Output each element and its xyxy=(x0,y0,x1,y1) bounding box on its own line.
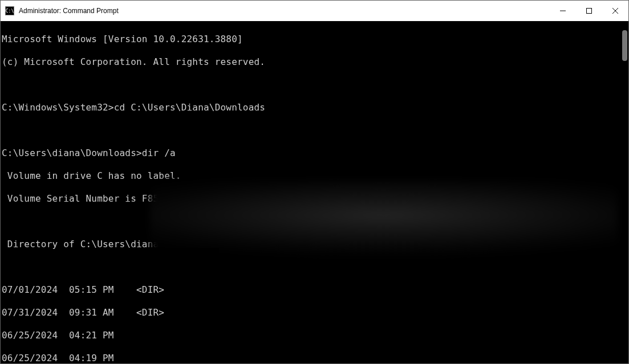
svg-rect-0 xyxy=(587,9,592,14)
blank-line xyxy=(2,261,628,273)
blank-line xyxy=(2,125,628,136)
prompt: C:\Users\diana\Downloads> xyxy=(2,148,142,158)
dir-row: 07/31/2024 09:31 AM <DIR> xyxy=(2,307,628,318)
blank-line xyxy=(2,216,628,227)
window-title: Administrator: Command Prompt xyxy=(19,7,119,15)
prompt-line: C:\Windows\System32>cd C:\Users\Diana\Do… xyxy=(2,102,628,113)
terminal-area[interactable]: Microsoft Windows [Version 10.0.22631.38… xyxy=(1,21,628,363)
minimize-icon xyxy=(560,8,566,14)
prompt: C:\Windows\System32> xyxy=(2,102,114,113)
dir-row: 06/25/2024 04:21 PM xyxy=(2,330,628,341)
version-line: Microsoft Windows [Version 10.0.22631.38… xyxy=(2,34,628,45)
dir-row: 06/25/2024 04:19 PM xyxy=(2,353,628,363)
close-icon xyxy=(612,8,618,14)
directory-of-line: Directory of C:\Users\diana\Downloads xyxy=(2,239,628,250)
maximize-icon xyxy=(586,8,592,14)
command: cd C:\Users\Diana\Downloads xyxy=(114,102,266,113)
maximize-button[interactable] xyxy=(576,1,602,21)
app-window: C:\ Administrator: Command Prompt Micros… xyxy=(0,0,629,364)
scrollbar[interactable] xyxy=(619,21,627,363)
window-controls xyxy=(550,1,628,21)
dir-row: 07/01/2024 05:15 PM <DIR> xyxy=(2,284,628,296)
copyright-line: (c) Microsoft Corporation. All rights re… xyxy=(2,56,628,68)
volume-label-line: Volume in drive C has no label. xyxy=(2,170,628,182)
titlebar[interactable]: C:\ Administrator: Command Prompt xyxy=(1,1,628,21)
scroll-thumb[interactable] xyxy=(622,30,627,61)
minimize-button[interactable] xyxy=(550,1,576,21)
prompt-line: C:\Users\diana\Downloads>dir /a xyxy=(2,148,628,159)
terminal-output: Microsoft Windows [Version 10.0.22631.38… xyxy=(1,21,628,363)
close-button[interactable] xyxy=(602,1,628,21)
cmd-icon: C:\ xyxy=(5,6,14,15)
volume-serial-line: Volume Serial Number is F858-E044 xyxy=(2,193,628,205)
command: dir /a xyxy=(142,148,176,158)
blank-line xyxy=(2,79,628,91)
